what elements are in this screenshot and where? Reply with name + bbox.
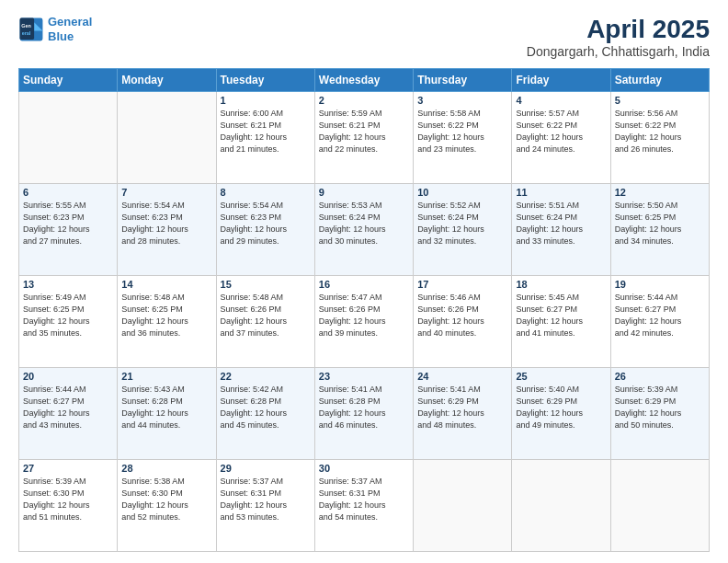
day-info: Sunrise: 5:57 AM Sunset: 6:22 PM Dayligh… bbox=[516, 108, 606, 155]
logo-icon: Gen eral bbox=[18, 17, 44, 42]
calendar-cell: 13Sunrise: 5:49 AM Sunset: 6:25 PM Dayli… bbox=[19, 276, 118, 368]
day-number: 27 bbox=[23, 463, 113, 474]
day-number: 13 bbox=[23, 279, 113, 290]
day-info: Sunrise: 5:53 AM Sunset: 6:24 PM Dayligh… bbox=[319, 200, 409, 247]
title-block: April 2025 Dongargarh, Chhattisgarh, Ind… bbox=[527, 15, 710, 59]
day-info: Sunrise: 5:59 AM Sunset: 6:21 PM Dayligh… bbox=[319, 108, 409, 155]
weekday-header-thursday: Thursday bbox=[414, 69, 512, 92]
day-info: Sunrise: 6:00 AM Sunset: 6:21 PM Dayligh… bbox=[221, 108, 311, 155]
day-number: 26 bbox=[615, 371, 705, 382]
day-number: 6 bbox=[23, 187, 113, 198]
day-info: Sunrise: 5:39 AM Sunset: 6:30 PM Dayligh… bbox=[23, 476, 113, 523]
day-info: Sunrise: 5:47 AM Sunset: 6:26 PM Dayligh… bbox=[319, 292, 409, 339]
weekday-header-tuesday: Tuesday bbox=[216, 69, 314, 92]
day-info: Sunrise: 5:48 AM Sunset: 6:26 PM Dayligh… bbox=[221, 292, 311, 339]
weekday-header-monday: Monday bbox=[118, 69, 216, 92]
day-info: Sunrise: 5:37 AM Sunset: 6:31 PM Dayligh… bbox=[221, 476, 311, 523]
calendar-cell: 11Sunrise: 5:51 AM Sunset: 6:24 PM Dayli… bbox=[512, 184, 610, 276]
day-number: 8 bbox=[221, 187, 311, 198]
calendar-cell: 3Sunrise: 5:58 AM Sunset: 6:22 PM Daylig… bbox=[414, 92, 512, 184]
weekday-header-row: SundayMondayTuesdayWednesdayThursdayFrid… bbox=[19, 69, 710, 92]
calendar-cell: 18Sunrise: 5:45 AM Sunset: 6:27 PM Dayli… bbox=[512, 276, 610, 368]
day-number: 9 bbox=[319, 187, 409, 198]
week-row-3: 13Sunrise: 5:49 AM Sunset: 6:25 PM Dayli… bbox=[19, 276, 710, 368]
day-number: 1 bbox=[221, 95, 311, 106]
calendar-cell: 12Sunrise: 5:50 AM Sunset: 6:25 PM Dayli… bbox=[610, 184, 709, 276]
day-info: Sunrise: 5:40 AM Sunset: 6:29 PM Dayligh… bbox=[516, 384, 606, 431]
day-info: Sunrise: 5:51 AM Sunset: 6:24 PM Dayligh… bbox=[516, 200, 606, 247]
day-info: Sunrise: 5:50 AM Sunset: 6:25 PM Dayligh… bbox=[615, 200, 705, 247]
day-number: 16 bbox=[319, 279, 409, 290]
calendar-cell: 27Sunrise: 5:39 AM Sunset: 6:30 PM Dayli… bbox=[19, 460, 118, 552]
calendar-cell: 21Sunrise: 5:43 AM Sunset: 6:28 PM Dayli… bbox=[118, 368, 216, 460]
day-info: Sunrise: 5:54 AM Sunset: 6:23 PM Dayligh… bbox=[121, 200, 211, 247]
day-number: 22 bbox=[221, 371, 311, 382]
calendar-cell: 7Sunrise: 5:54 AM Sunset: 6:23 PM Daylig… bbox=[118, 184, 216, 276]
svg-text:Gen: Gen bbox=[21, 23, 31, 29]
day-number: 20 bbox=[23, 371, 113, 382]
calendar-cell: 29Sunrise: 5:37 AM Sunset: 6:31 PM Dayli… bbox=[216, 460, 314, 552]
day-info: Sunrise: 5:58 AM Sunset: 6:22 PM Dayligh… bbox=[417, 108, 507, 155]
logo: Gen eral General Blue bbox=[18, 15, 92, 43]
day-number: 18 bbox=[516, 279, 606, 290]
calendar-cell: 22Sunrise: 5:42 AM Sunset: 6:28 PM Dayli… bbox=[216, 368, 314, 460]
day-number: 30 bbox=[319, 463, 409, 474]
calendar-cell: 16Sunrise: 5:47 AM Sunset: 6:26 PM Dayli… bbox=[314, 276, 413, 368]
calendar-cell: 1Sunrise: 6:00 AM Sunset: 6:21 PM Daylig… bbox=[216, 92, 314, 184]
calendar-cell: 4Sunrise: 5:57 AM Sunset: 6:22 PM Daylig… bbox=[512, 92, 610, 184]
day-number: 15 bbox=[221, 279, 311, 290]
day-info: Sunrise: 5:45 AM Sunset: 6:27 PM Dayligh… bbox=[516, 292, 606, 339]
calendar-cell bbox=[610, 460, 709, 552]
header: Gen eral General Blue April 2025 Dongarg… bbox=[18, 15, 710, 59]
week-row-2: 6Sunrise: 5:55 AM Sunset: 6:23 PM Daylig… bbox=[19, 184, 710, 276]
day-number: 23 bbox=[319, 371, 409, 382]
weekday-header-saturday: Saturday bbox=[610, 69, 709, 92]
calendar-cell: 5Sunrise: 5:56 AM Sunset: 6:22 PM Daylig… bbox=[610, 92, 709, 184]
day-number: 12 bbox=[615, 187, 705, 198]
day-info: Sunrise: 5:46 AM Sunset: 6:26 PM Dayligh… bbox=[417, 292, 507, 339]
day-info: Sunrise: 5:41 AM Sunset: 6:29 PM Dayligh… bbox=[417, 384, 507, 431]
day-number: 3 bbox=[417, 95, 507, 106]
calendar-cell: 20Sunrise: 5:44 AM Sunset: 6:27 PM Dayli… bbox=[19, 368, 118, 460]
day-info: Sunrise: 5:43 AM Sunset: 6:28 PM Dayligh… bbox=[121, 384, 211, 431]
day-info: Sunrise: 5:44 AM Sunset: 6:27 PM Dayligh… bbox=[615, 292, 705, 339]
day-number: 5 bbox=[615, 95, 705, 106]
subtitle: Dongargarh, Chhattisgarh, India bbox=[527, 44, 710, 59]
day-number: 2 bbox=[319, 95, 409, 106]
day-number: 10 bbox=[417, 187, 507, 198]
day-number: 25 bbox=[516, 371, 606, 382]
page: Gen eral General Blue April 2025 Dongarg… bbox=[0, 0, 728, 563]
day-info: Sunrise: 5:56 AM Sunset: 6:22 PM Dayligh… bbox=[615, 108, 705, 155]
calendar-cell: 14Sunrise: 5:48 AM Sunset: 6:25 PM Dayli… bbox=[118, 276, 216, 368]
calendar-cell: 28Sunrise: 5:38 AM Sunset: 6:30 PM Dayli… bbox=[118, 460, 216, 552]
week-row-1: 1Sunrise: 6:00 AM Sunset: 6:21 PM Daylig… bbox=[19, 92, 710, 184]
calendar-cell: 24Sunrise: 5:41 AM Sunset: 6:29 PM Dayli… bbox=[414, 368, 512, 460]
calendar-cell: 23Sunrise: 5:41 AM Sunset: 6:28 PM Dayli… bbox=[314, 368, 413, 460]
calendar-cell: 26Sunrise: 5:39 AM Sunset: 6:29 PM Dayli… bbox=[610, 368, 709, 460]
calendar-cell: 8Sunrise: 5:54 AM Sunset: 6:23 PM Daylig… bbox=[216, 184, 314, 276]
weekday-header-wednesday: Wednesday bbox=[314, 69, 413, 92]
day-info: Sunrise: 5:38 AM Sunset: 6:30 PM Dayligh… bbox=[121, 476, 211, 523]
day-number: 17 bbox=[417, 279, 507, 290]
day-info: Sunrise: 5:42 AM Sunset: 6:28 PM Dayligh… bbox=[221, 384, 311, 431]
day-number: 21 bbox=[121, 371, 211, 382]
day-number: 29 bbox=[221, 463, 311, 474]
calendar-cell bbox=[414, 460, 512, 552]
calendar-cell: 6Sunrise: 5:55 AM Sunset: 6:23 PM Daylig… bbox=[19, 184, 118, 276]
main-title: April 2025 bbox=[527, 15, 710, 44]
day-info: Sunrise: 5:39 AM Sunset: 6:29 PM Dayligh… bbox=[615, 384, 705, 431]
calendar-cell: 30Sunrise: 5:37 AM Sunset: 6:31 PM Dayli… bbox=[314, 460, 413, 552]
day-number: 11 bbox=[516, 187, 606, 198]
day-info: Sunrise: 5:48 AM Sunset: 6:25 PM Dayligh… bbox=[121, 292, 211, 339]
day-number: 4 bbox=[516, 95, 606, 106]
calendar-cell: 2Sunrise: 5:59 AM Sunset: 6:21 PM Daylig… bbox=[314, 92, 413, 184]
day-number: 7 bbox=[121, 187, 211, 198]
day-info: Sunrise: 5:37 AM Sunset: 6:31 PM Dayligh… bbox=[319, 476, 409, 523]
calendar-cell: 17Sunrise: 5:46 AM Sunset: 6:26 PM Dayli… bbox=[414, 276, 512, 368]
week-row-5: 27Sunrise: 5:39 AM Sunset: 6:30 PM Dayli… bbox=[19, 460, 710, 552]
calendar-cell: 15Sunrise: 5:48 AM Sunset: 6:26 PM Dayli… bbox=[216, 276, 314, 368]
day-number: 14 bbox=[121, 279, 211, 290]
day-info: Sunrise: 5:52 AM Sunset: 6:24 PM Dayligh… bbox=[417, 200, 507, 247]
calendar-table: SundayMondayTuesdayWednesdayThursdayFrid… bbox=[18, 68, 710, 552]
day-info: Sunrise: 5:44 AM Sunset: 6:27 PM Dayligh… bbox=[23, 384, 113, 431]
